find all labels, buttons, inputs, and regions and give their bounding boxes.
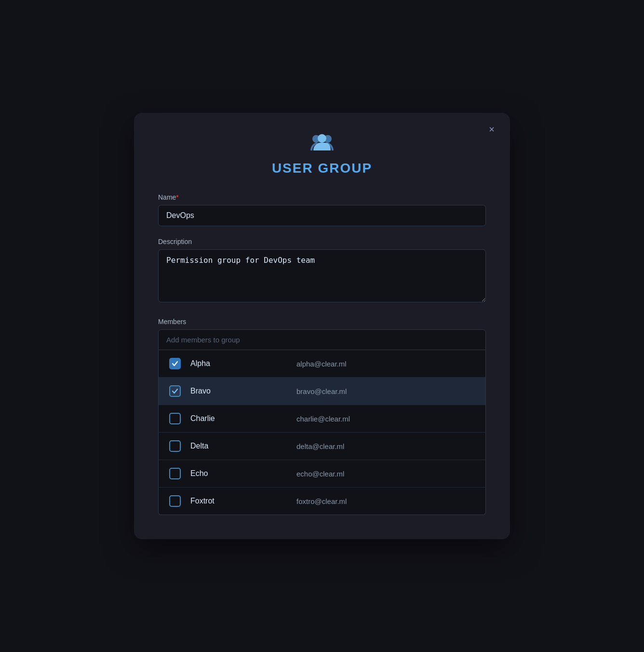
member-email: delta@clear.ml [296,442,344,450]
checkbox-wrap [168,412,182,425]
checkbox-wrap [168,357,182,370]
checkbox-wrap [168,467,182,480]
member-name: Delta [190,442,296,450]
member-email: foxtro@clear.ml [296,497,347,505]
member-checkbox[interactable] [169,385,181,397]
list-item[interactable]: Echo echo@clear.ml [159,460,485,488]
member-checkbox[interactable] [169,440,181,452]
modal-title: USER GROUP [158,161,486,176]
overlay: × USER GROUP Name* Description Permissio… [0,0,644,652]
member-name: Bravo [190,387,296,395]
member-checkbox[interactable] [169,468,181,479]
group-icon [158,132,486,156]
member-checkbox[interactable] [169,358,181,369]
list-item[interactable]: Alpha alpha@clear.ml [159,350,485,378]
list-item[interactable]: Charlie charlie@clear.ml [159,405,485,433]
checkbox-wrap [168,439,182,453]
checkbox-wrap [168,384,182,398]
member-name: Charlie [190,414,296,423]
member-email: echo@clear.ml [296,470,344,478]
svg-point-2 [318,134,326,143]
list-item[interactable]: Bravo bravo@clear.ml [159,378,485,405]
modal-dialog: × USER GROUP Name* Description Permissio… [134,113,510,539]
member-email: alpha@clear.ml [296,360,347,368]
description-textarea[interactable]: Permission group for DevOps team [158,249,486,302]
description-label: Description [158,238,486,245]
member-name: Foxtrot [190,497,296,505]
members-search-input[interactable] [158,329,486,350]
checkbox-wrap [168,494,182,508]
name-label: Name* [158,193,486,201]
members-label: Members [158,318,486,326]
list-item[interactable]: Delta delta@clear.ml [159,433,485,460]
close-button[interactable]: × [485,122,498,136]
member-email: bravo@clear.ml [296,387,347,395]
name-input[interactable] [158,205,486,226]
member-name: Echo [190,469,296,478]
member-name: Alpha [190,359,296,368]
list-item[interactable]: Foxtrot foxtro@clear.ml [159,488,485,515]
members-section: Members Alpha alpha@clear.ml Bravo bravo… [158,318,486,515]
member-checkbox[interactable] [169,413,181,424]
member-checkbox[interactable] [169,495,181,507]
member-email: charlie@clear.ml [296,415,350,423]
members-list: Alpha alpha@clear.ml Bravo bravo@clear.m… [158,350,486,515]
